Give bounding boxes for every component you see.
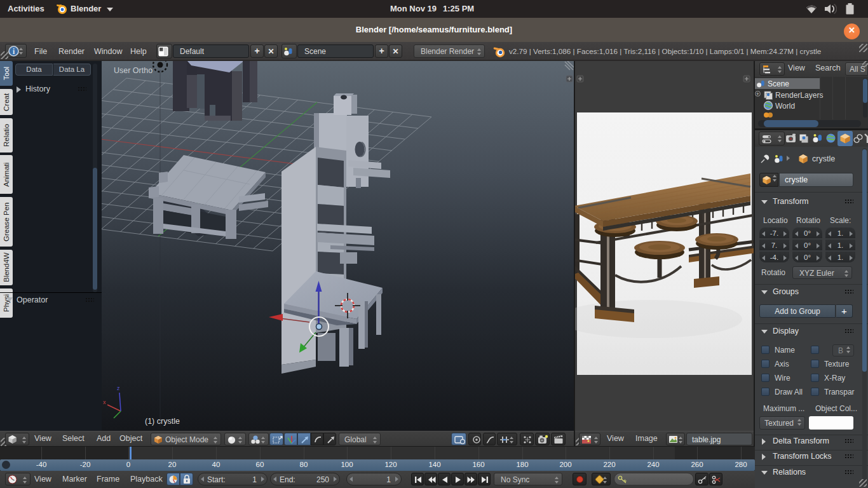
- svg-text:x: x: [103, 399, 106, 405]
- svg-text:z: z: [117, 385, 120, 391]
- svg-text:User Ortho: User Ortho: [114, 66, 153, 75]
- svg-text:(1) crystle: (1) crystle: [145, 417, 180, 426]
